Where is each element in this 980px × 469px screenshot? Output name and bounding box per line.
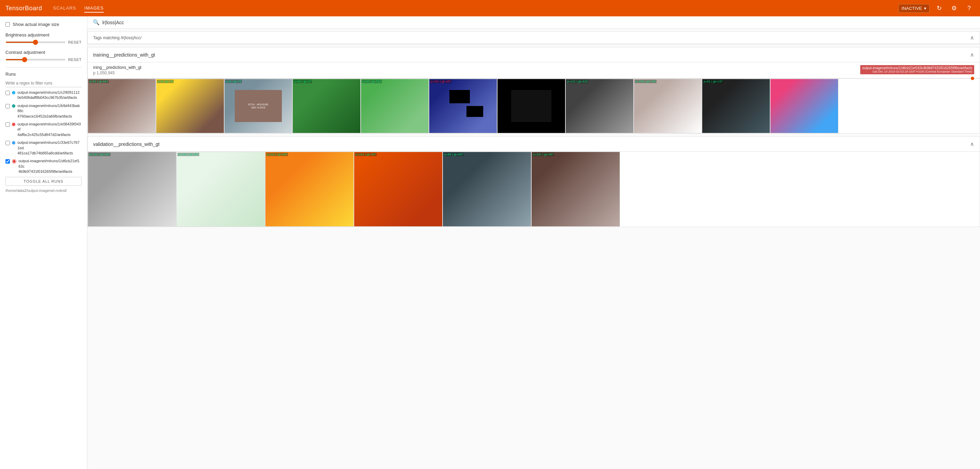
validation-image-1[interactable]: p=241 | gt=497 xyxy=(88,152,177,227)
contrast-slider-row: RESET xyxy=(5,58,81,62)
main-content: 🔍 Tags matching /lr|loss|Acc/ ∧ training… xyxy=(88,16,980,469)
show-actual-size-text: Show actual image size xyxy=(13,22,59,27)
validation-image-6-label: p=241 | gt=497 xyxy=(532,153,554,156)
settings-button[interactable]: ⚙ xyxy=(948,3,959,14)
validation-image-2[interactable]: p=241 | gt=497 xyxy=(177,152,265,227)
training-image-6[interactable]: p=241 | gt=497 xyxy=(429,79,497,133)
training-header: training__predictions_with_gt ∧ xyxy=(88,48,980,62)
toggle-all-button[interactable]: TOGGLE ALL RUNS xyxy=(5,177,81,186)
dropdown-arrow-icon: ▾ xyxy=(924,6,926,11)
status-dropdown[interactable]: INACTIVE ▾ xyxy=(899,4,929,13)
timeline-dot xyxy=(971,77,974,80)
training-image-4[interactable]: p=60 | gt=37 xyxy=(293,79,361,133)
validation-image-6[interactable]: p=241 | gt=497 xyxy=(531,152,620,227)
validation-image-4[interactable]: p=241 | gt=497 xyxy=(354,152,442,227)
contrast-slider[interactable] xyxy=(5,59,65,60)
actual-size-section: Show actual image size xyxy=(5,22,81,27)
run3-label: output-imagenet/mlruns/1/e08439f343ef4af… xyxy=(18,122,81,137)
search-input[interactable] xyxy=(102,20,975,25)
data-dir-label: /home/data2/output-imagenet-nvtest/ xyxy=(5,189,81,193)
validation-image-3-label: p=241 | gt=497 xyxy=(266,153,288,156)
run4-checkbox[interactable] xyxy=(5,141,10,145)
sidebar: Show actual image size Brightness adjust… xyxy=(0,16,88,469)
search-bar: 🔍 xyxy=(88,16,980,29)
status-label: INACTIVE xyxy=(902,6,922,11)
search-icon: 🔍 xyxy=(93,19,100,25)
brightness-reset-button[interactable]: RESET xyxy=(68,40,81,44)
validation-image-5[interactable]: p=88 | gt=497 xyxy=(442,152,531,227)
validation-collapse-icon[interactable]: ∧ xyxy=(970,141,974,147)
training-title: training__predictions_with_gt xyxy=(93,52,155,58)
runs-filter-input[interactable] xyxy=(5,79,81,87)
training-panel: training__predictions_with_gt ∧ ining__p… xyxy=(88,47,980,134)
training-image-3-label: p=8 | gt=76 xyxy=(225,80,242,83)
brightness-label: Brightness adjustment xyxy=(5,32,81,38)
training-image-10[interactable]: p=91 | gt=137 xyxy=(702,79,770,133)
runs-title: Runs xyxy=(5,71,81,77)
validation-image-2-label: p=241 | gt=497 xyxy=(177,153,199,156)
list-item[interactable]: output-imagenet/mlruns/1/33e67c7671ed481… xyxy=(5,140,81,156)
run3-checkbox[interactable] xyxy=(5,122,10,127)
training-image-4-label: p=60 | gt=37 xyxy=(293,80,312,83)
training-image-1-label: p=51 | gt=667 xyxy=(89,80,109,83)
contrast-section: Contrast adjustment RESET xyxy=(5,50,81,62)
run2-label: output-imagenet/mlruns/1/b9d443bab88c476… xyxy=(18,103,81,119)
training-step: p 1,050,945 xyxy=(93,71,141,75)
refresh-icon: ↻ xyxy=(937,5,942,12)
validation-image-3[interactable]: p=241 | gt=497 xyxy=(265,152,354,227)
validation-image-5-label: p=88 | gt=497 xyxy=(444,153,464,156)
brightness-slider-row: RESET xyxy=(5,40,81,44)
training-image-11[interactable] xyxy=(770,79,838,133)
tags-panel: Tags matching /lr|loss|Acc/ ∧ xyxy=(88,32,980,44)
validation-header: validation__predictions_with_gt ∧ xyxy=(88,137,980,152)
training-image-7[interactable] xyxy=(497,79,565,133)
help-button[interactable]: ? xyxy=(964,3,975,14)
training-run-name: ining__predictions_with_gt xyxy=(93,65,141,70)
training-image-2[interactable]: p=8 | gt=76 xyxy=(156,79,224,133)
contrast-label: Contrast adjustment xyxy=(5,50,81,55)
topnav-right: INACTIVE ▾ ↻ ⚙ ? xyxy=(899,3,975,14)
tags-collapse-icon[interactable]: ∧ xyxy=(970,35,974,41)
list-item[interactable]: output-imagenet/mlruns/1/d6cb21ef163c4b9… xyxy=(5,158,81,174)
training-run-left: ining__predictions_with_gt p 1,050,945 xyxy=(93,65,141,75)
tags-row: Tags matching /lr|loss|Acc/ ∧ xyxy=(88,32,980,44)
tags-label: Tags matching /lr|loss|Acc/ xyxy=(93,35,142,40)
training-image-3[interactable]: ETUI · HOUSSESAC A DOS p=8 | gt=76 xyxy=(224,79,293,133)
training-run-info: ining__predictions_with_gt p 1,050,945 o… xyxy=(88,62,980,78)
run2-checkbox[interactable] xyxy=(5,104,10,108)
validation-image-4-label: p=241 | gt=497 xyxy=(355,153,377,156)
refresh-button[interactable]: ↻ xyxy=(934,3,945,14)
training-image-grid: p=51 | gt=667 p=8 | gt=76 ETUI · HOUSSES… xyxy=(88,79,980,133)
training-strip: ining__predictions_with_gt p 1,050,945 o… xyxy=(88,62,980,133)
training-image-8-label: p=121 | gt=633 xyxy=(566,80,588,83)
list-item[interactable]: output-imagenet/mlruns/1/b9d443bab88c476… xyxy=(5,103,81,119)
list-item[interactable]: output-imagenet/mlruns/1/e08439f343ef4af… xyxy=(5,122,81,137)
training-image-5[interactable]: p=50 | gt=562 xyxy=(361,79,429,133)
tooltip-path: output-imagenet/mlruns/1/d6cb21ef163c4b9… xyxy=(862,66,972,70)
contrast-reset-button[interactable]: RESET xyxy=(68,58,81,62)
run2-color xyxy=(12,104,15,108)
training-image-9[interactable]: p=220 | gt=782 xyxy=(634,79,702,133)
run4-color xyxy=(12,141,15,144)
nav-links: SCALARS IMAGES xyxy=(53,4,104,13)
brightness-slider[interactable] xyxy=(5,41,65,43)
run5-label: output-imagenet/mlruns/1/d6cb21ef163c4b9… xyxy=(18,158,81,174)
validation-image-grid: p=241 | gt=497 p=241 | gt=497 p=241 | gt… xyxy=(88,152,980,227)
nav-scalars[interactable]: SCALARS xyxy=(53,4,76,13)
gear-icon: ⚙ xyxy=(951,5,957,12)
list-item[interactable]: output-imagenet/mlruns/1/c290911120e5406… xyxy=(5,90,81,101)
training-image-8[interactable]: p=121 | gt=633 xyxy=(565,79,634,133)
run5-checkbox[interactable] xyxy=(5,159,10,163)
show-actual-size-checkbox[interactable] xyxy=(5,22,10,27)
validation-image-1-label: p=241 | gt=497 xyxy=(89,153,111,156)
training-image-9-label: p=220 | gt=782 xyxy=(635,80,657,83)
run5-radio[interactable] xyxy=(12,159,16,163)
training-image-1[interactable]: p=51 | gt=667 xyxy=(88,79,156,133)
run1-checkbox[interactable] xyxy=(5,91,10,95)
run1-color xyxy=(12,91,15,94)
training-image-7-placeholder xyxy=(498,79,565,133)
brightness-section: Brightness adjustment RESET xyxy=(5,32,81,44)
training-collapse-icon[interactable]: ∧ xyxy=(970,51,974,58)
show-actual-size-label[interactable]: Show actual image size xyxy=(5,22,81,27)
nav-images[interactable]: IMAGES xyxy=(84,4,104,13)
